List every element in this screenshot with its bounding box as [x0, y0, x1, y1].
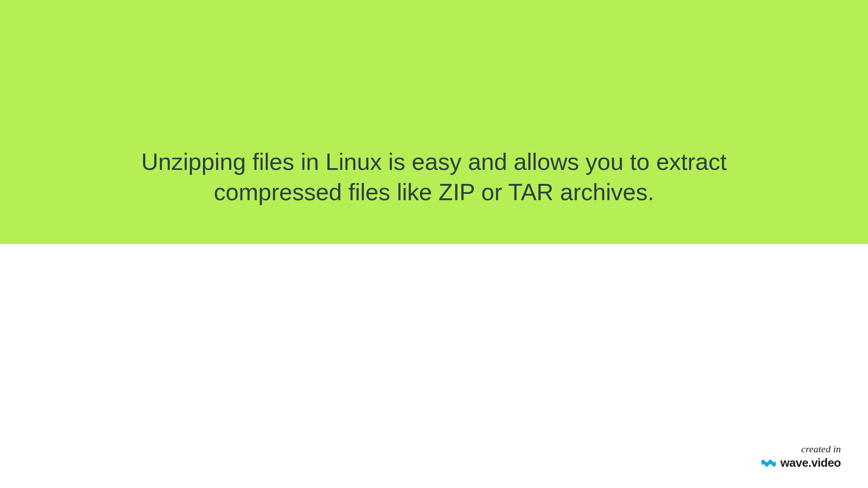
main-headline: Unzipping files in Linux is easy and all…: [72, 147, 796, 208]
watermark-created-label: created in: [760, 443, 841, 455]
top-banner: Unzipping files in Linux is easy and all…: [0, 0, 868, 244]
watermark: created in wave.video: [760, 443, 841, 470]
watermark-brand-name: wave.video: [780, 456, 841, 470]
watermark-brand: wave.video: [760, 456, 841, 470]
wave-logo-icon: [760, 457, 777, 469]
